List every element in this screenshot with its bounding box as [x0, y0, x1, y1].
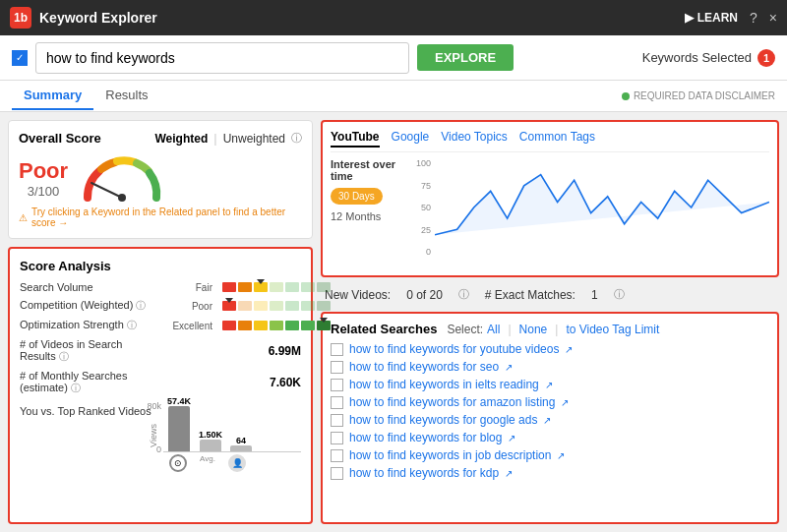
ptab-common-tags[interactable]: Common Tags: [519, 130, 595, 148]
metric-label-optimization: Optimization Strength ⓘ: [20, 319, 157, 332]
item-checkbox-7[interactable]: [331, 467, 343, 480]
metric-vs: You vs. Top Ranked Videos 80k 0 Views 57…: [20, 401, 301, 470]
metric-value-monthly: 7.60K: [270, 376, 301, 389]
interest-left: Interest over time 30 Days 12 Months: [331, 158, 399, 257]
new-videos-row: New Videos: 0 of 20 ⓘ # Exact Matches: 1…: [321, 285, 779, 304]
help-icon[interactable]: ?: [750, 10, 757, 26]
metric-optimization: Optimization Strength ⓘ Excellent: [20, 319, 301, 332]
select-all-link[interactable]: All: [487, 323, 500, 336]
ext-icon-4: ↗: [543, 415, 551, 426]
item-checkbox-6[interactable]: [331, 449, 343, 462]
item-link-6[interactable]: how to find keywords in job description: [349, 448, 551, 462]
item-checkbox-2[interactable]: [331, 379, 343, 391]
meter-volume: [222, 282, 331, 292]
search-checkbox[interactable]: ✓: [12, 50, 28, 66]
bar-3: 64: [230, 436, 252, 451]
tabs-bar: Summary Results REQUIRED DATA DISCLAIMER: [0, 81, 787, 112]
item-checkbox-1[interactable]: [331, 361, 343, 374]
item-checkbox-0[interactable]: [331, 343, 343, 356]
item-checkbox-5[interactable]: [331, 432, 343, 444]
ext-icon-0: ↗: [565, 344, 573, 355]
app-title: Keyword Explorer: [39, 10, 685, 26]
metric-rating-volume: Fair: [163, 282, 212, 293]
select-limit-link[interactable]: to Video Tag Limit: [566, 323, 659, 336]
item-link-4[interactable]: how to find keywords for google ads: [349, 413, 537, 427]
list-item: how to find keywords in ielts reading ↗: [331, 378, 769, 391]
bar-icons: ⊙ Avg. 👤: [163, 454, 301, 472]
list-item: how to find keywords for google ads ↗: [331, 413, 769, 427]
score-toggle: Weighted | Unweighted ⓘ: [154, 131, 302, 146]
vid-info-icon[interactable]: ⓘ: [59, 351, 69, 362]
ptab-youtube[interactable]: YouTube: [331, 130, 380, 148]
related-list: how to find keywords for youtube videos …: [331, 342, 769, 480]
left-panel: Overall Score Weighted | Unweighted ⓘ Po…: [8, 120, 313, 524]
ext-icon-2: ↗: [545, 380, 553, 390]
ext-icon-1: ↗: [505, 362, 513, 373]
metric-competition: Competition (Weighted) ⓘ Poor: [20, 299, 301, 313]
item-checkbox-3[interactable]: [331, 396, 343, 409]
y-axis: 100 75 50 25 0: [407, 158, 431, 257]
ptab-google[interactable]: Google: [392, 130, 430, 148]
disclaimer: REQUIRED DATA DISCLAIMER: [622, 90, 775, 101]
bar-3-label: 64: [236, 436, 246, 445]
bar-2-fill: [200, 440, 221, 451]
period-12-label[interactable]: 12 Months: [331, 210, 381, 222]
user-avatar: 👤: [228, 454, 246, 472]
unweighted-toggle[interactable]: Unweighted: [223, 132, 285, 146]
weighted-toggle[interactable]: Weighted: [154, 132, 208, 146]
item-link-2[interactable]: how to find keywords in ielts reading: [349, 378, 539, 391]
meter-optimization: [222, 321, 331, 330]
app-logo: 1b: [10, 7, 31, 29]
overall-score-header: Overall Score Weighted | Unweighted ⓘ: [19, 131, 302, 146]
interest-card: YouTube Google Video Topics Common Tags …: [321, 120, 779, 277]
analysis-title: Score Analysis: [20, 259, 301, 273]
tab-summary[interactable]: Summary: [12, 82, 93, 110]
line-chart-svg: [435, 158, 769, 257]
exact-matches-info[interactable]: ⓘ: [614, 287, 625, 302]
ext-icon-5: ↗: [508, 433, 515, 443]
ptab-video-topics[interactable]: Video Topics: [441, 130, 508, 148]
explore-button[interactable]: EXPLORE: [417, 44, 514, 71]
tab-results[interactable]: Results: [93, 82, 159, 110]
new-videos-value: 0 of 20: [406, 288, 443, 302]
keywords-selected: Keywords Selected 1: [642, 49, 775, 67]
score-label: Poor: [19, 158, 68, 184]
close-icon[interactable]: ×: [769, 10, 777, 26]
ext-icon-3: ↗: [561, 397, 569, 408]
avg-label: Avg.: [197, 454, 218, 472]
item-link-0[interactable]: how to find keywords for youtube videos: [349, 342, 559, 356]
monthly-info-icon[interactable]: ⓘ: [71, 383, 81, 393]
select-label: Select:: [447, 323, 483, 336]
item-link-3[interactable]: how to find keywords for amazon listing: [349, 395, 555, 409]
gauge: [78, 153, 166, 203]
overall-score-card: Overall Score Weighted | Unweighted ⓘ Po…: [8, 120, 313, 239]
bar-1-label: 57.4K: [167, 396, 191, 406]
new-videos-info[interactable]: ⓘ: [458, 287, 469, 302]
interest-title: Interest over time: [331, 158, 399, 182]
item-link-5[interactable]: how to find keywords for blog: [349, 431, 502, 444]
period-30-button[interactable]: 30 Days: [331, 188, 383, 205]
learn-icon: ▶: [685, 11, 694, 25]
right-panel: YouTube Google Video Topics Common Tags …: [321, 120, 779, 524]
related-card: Related Searches Select: All | None | to…: [321, 312, 779, 524]
exact-matches-label: # Exact Matches:: [485, 288, 575, 302]
metric-label-vs: You vs. Top Ranked Videos: [20, 401, 157, 417]
opt-info-icon[interactable]: ⓘ: [127, 320, 137, 330]
bars-container: 57.4K 1.50K 64: [163, 401, 301, 452]
score-info-icon[interactable]: ⓘ: [291, 131, 302, 146]
title-bar: 1b Keyword Explorer ▶ LEARN ? ×: [0, 0, 787, 35]
list-item: how to find keywords for seo ↗: [331, 360, 769, 374]
item-link-1[interactable]: how to find keywords for seo: [349, 360, 499, 374]
metric-label-videos: # of Videos in Search Results ⓘ: [20, 338, 157, 364]
search-input[interactable]: [35, 42, 409, 74]
score-content: Poor 3/100: [19, 153, 302, 203]
item-checkbox-4[interactable]: [331, 414, 343, 427]
search-bar: ✓ EXPLORE Keywords Selected 1: [0, 35, 787, 81]
y-max: 80k: [147, 401, 161, 411]
select-none-link[interactable]: None: [519, 323, 548, 336]
item-link-7[interactable]: how to find keywords for kdp: [349, 466, 499, 480]
comp-info-icon[interactable]: ⓘ: [136, 300, 146, 311]
gauge-svg: [78, 153, 166, 207]
new-videos-label: New Videos:: [325, 288, 391, 302]
learn-button[interactable]: ▶ LEARN: [685, 11, 738, 25]
